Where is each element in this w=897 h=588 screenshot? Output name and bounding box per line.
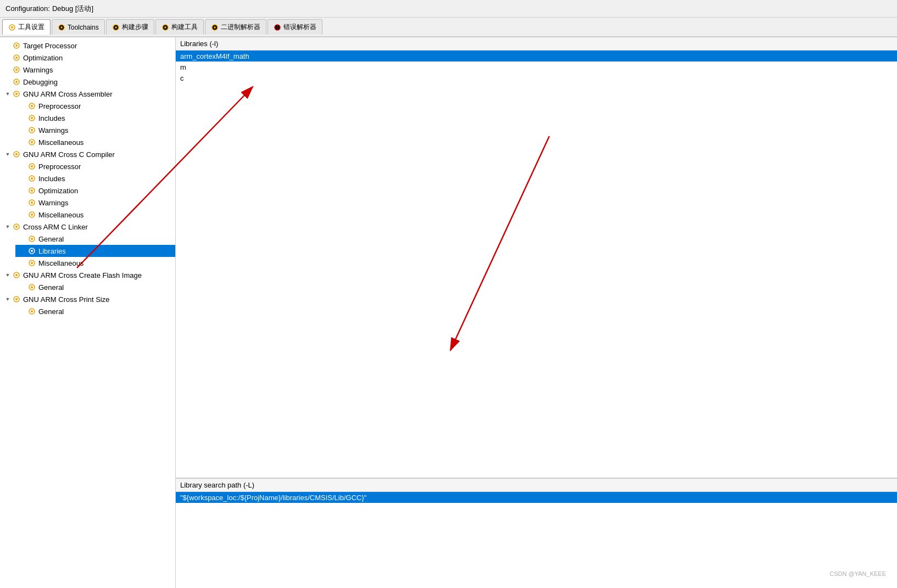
tab-tools[interactable]: 工具设置 [2, 19, 51, 35]
tree-item-flash-image[interactable]: ▼ GNU ARM Cross Create Flash Image [0, 269, 175, 281]
tab-toolchains[interactable]: Toolchains [52, 19, 105, 35]
tree-item-linker-general[interactable]: General [15, 233, 175, 245]
tab-build-steps[interactable]: 构建步骤 [106, 19, 154, 35]
tab-error-parser[interactable]: 错误解析器 [268, 19, 322, 35]
tree-item-warnings[interactable]: Warnings [0, 64, 175, 76]
library-item-1[interactable]: arm_cortexM4lf_math [176, 51, 897, 61]
svg-point-30 [31, 141, 33, 143]
gear-icon9 [27, 138, 36, 147]
tree-item-target-processor[interactable]: Target Processor [0, 40, 175, 52]
build-steps-icon [112, 24, 120, 31]
tree-item-debugging[interactable]: Debugging [0, 76, 175, 88]
tree-item-optimization[interactable]: Optimization [0, 52, 175, 64]
tree-item-gnu-arm-c-compiler[interactable]: ▼ GNU ARM Cross C Compiler [0, 148, 175, 160]
tree-label: GNU ARM Cross C Compiler [23, 150, 115, 159]
tree-item-cc-misc[interactable]: Miscellaneous [15, 209, 175, 221]
config-label: Configuration: [5, 4, 50, 13]
gear-icon22 [12, 295, 21, 304]
tree-label: Libraries [38, 247, 66, 255]
svg-point-1 [11, 26, 13, 29]
tree-label: Miscellaneous [38, 138, 83, 147]
gear-icon10 [12, 150, 21, 159]
gear-icon13 [27, 186, 36, 195]
gear-icon20 [12, 271, 21, 279]
tree-item-linker-libraries[interactable]: Libraries [15, 245, 175, 257]
gear-icon4 [12, 77, 21, 86]
gear-icon23 [27, 307, 36, 316]
left-panel[interactable]: Target Processor Optimization Warnings D… [0, 37, 176, 588]
svg-point-48 [31, 250, 33, 252]
svg-point-56 [15, 298, 18, 300]
tree-label: General [38, 235, 64, 243]
right-panel: Libraries (-l) arm_cortexM4lf_math m c L… [176, 37, 897, 588]
gear-icon11 [27, 162, 36, 171]
gear-icon14 [27, 198, 36, 207]
tree-item-print-size[interactable]: ▼ GNU ARM Cross Print Size [0, 293, 175, 305]
tree-item-flash-general[interactable]: General [15, 281, 175, 293]
svg-point-38 [31, 189, 33, 192]
svg-point-20 [15, 81, 18, 83]
libraries-list[interactable]: arm_cortexM4lf_math m c [176, 51, 897, 478]
tabs-bar: 工具设置 Toolchains 构建步骤 构建工具 二进制解析器 [0, 18, 897, 37]
tree-item-cross-arm-linker[interactable]: ▼ Cross ARM C Linker [0, 221, 175, 233]
svg-point-22 [15, 93, 18, 95]
gear-icon19 [27, 259, 36, 267]
gear-icon12 [27, 174, 36, 183]
tree-item-asm-misc[interactable]: Miscellaneous [15, 136, 175, 148]
tree-item-gnu-arm-assembler[interactable]: ▼ GNU ARM Cross Assembler [0, 88, 175, 100]
tree-item-asm-warnings[interactable]: Warnings [15, 124, 175, 136]
tree-item-print-general[interactable]: General [15, 305, 175, 317]
svg-point-16 [15, 57, 18, 59]
svg-point-42 [31, 214, 33, 216]
tools-icon [8, 24, 16, 31]
top-bar: Configuration: Debug [活动] [0, 0, 897, 18]
tree-label: Target Processor [23, 42, 77, 50]
tree-label: Warnings [38, 126, 68, 135]
tree-item-asm-includes[interactable]: Includes [15, 112, 175, 124]
library-item-3[interactable]: c [176, 72, 897, 83]
tree-label: Miscellaneous [38, 211, 83, 219]
gear-icon7 [27, 114, 36, 122]
library-label: arm_cortexM4lf_math [180, 52, 249, 60]
search-path-item-1[interactable]: "${workspace_loc:/${ProjName}/libraries/… [176, 492, 897, 503]
svg-point-3 [60, 26, 63, 29]
svg-point-9 [214, 26, 216, 29]
svg-point-26 [31, 117, 33, 119]
tree-label: GNU ARM Cross Assembler [23, 90, 113, 98]
tree-label: Optimization [23, 54, 63, 62]
search-path-list[interactable]: "${workspace_loc:/${ProjName}/libraries/… [176, 492, 897, 588]
watermark: CSDN @YAN_KEEE [829, 570, 886, 577]
libraries-header: Libraries (-l) [176, 37, 897, 51]
library-item-2[interactable]: m [176, 61, 897, 72]
tree-label: GNU ARM Cross Create Flash Image [23, 271, 142, 279]
tree-label: Miscellaneous [38, 259, 83, 267]
tree-item-cc-preprocessor[interactable]: Preprocessor [15, 160, 175, 172]
build-tools-icon [161, 24, 169, 31]
tree-item-linker-misc[interactable]: Miscellaneous [15, 257, 175, 269]
tree-item-asm-preprocessor[interactable]: Preprocessor [15, 100, 175, 112]
tree-label: Warnings [38, 199, 68, 207]
gear-icon17 [27, 234, 36, 243]
svg-point-24 [31, 105, 33, 107]
tree-item-cc-optimization[interactable]: Optimization [15, 184, 175, 197]
tab-build-tools[interactable]: 构建工具 [155, 19, 204, 35]
svg-point-40 [31, 201, 33, 204]
svg-point-32 [15, 153, 18, 155]
tree-item-cc-warnings[interactable]: Warnings [15, 197, 175, 209]
main-content: Target Processor Optimization Warnings D… [0, 37, 897, 588]
svg-point-12 [277, 29, 278, 30]
svg-point-52 [15, 274, 18, 276]
config-value: Debug [活动] [52, 4, 93, 14]
search-path-header: Library search path (-L) [176, 479, 897, 492]
svg-point-14 [15, 44, 18, 47]
tree-item-cc-includes[interactable]: Includes [15, 172, 175, 184]
tree-label: Warnings [23, 66, 53, 74]
gear-icon6 [27, 102, 36, 110]
library-label: c [180, 74, 184, 82]
tree-label: General [38, 283, 64, 292]
gear-icon8 [27, 126, 36, 135]
tree-label: Includes [38, 175, 65, 183]
svg-point-58 [31, 310, 33, 312]
tab-binary-parser[interactable]: 二进制解析器 [205, 19, 266, 35]
error-parser-icon [274, 24, 281, 31]
